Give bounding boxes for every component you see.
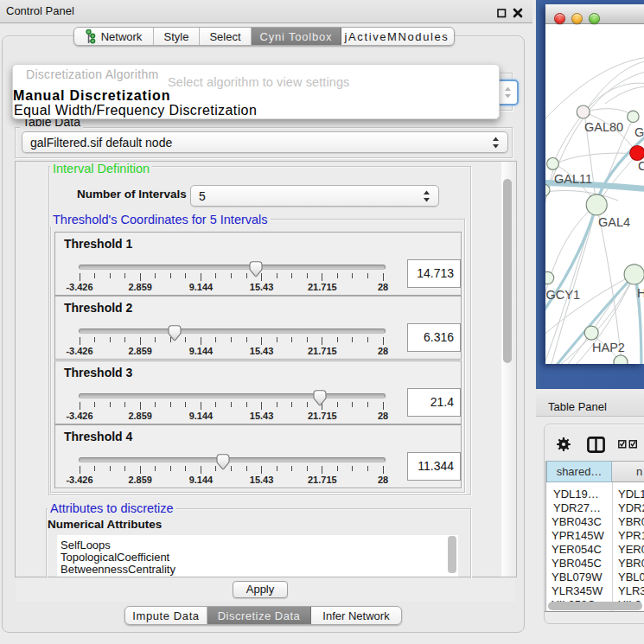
svg-text:GAL11: GAL11 (554, 172, 592, 186)
svg-text:GAL80: GAL80 (584, 120, 623, 134)
svg-text:HAP2: HAP2 (592, 341, 625, 354)
svg-text:G: G (634, 125, 644, 139)
svg-text:GAL4: GAL4 (598, 215, 630, 229)
svg-text:C: C (638, 159, 644, 173)
svg-text:H: H (637, 286, 644, 300)
svg-text:GCY1: GCY1 (546, 288, 581, 302)
